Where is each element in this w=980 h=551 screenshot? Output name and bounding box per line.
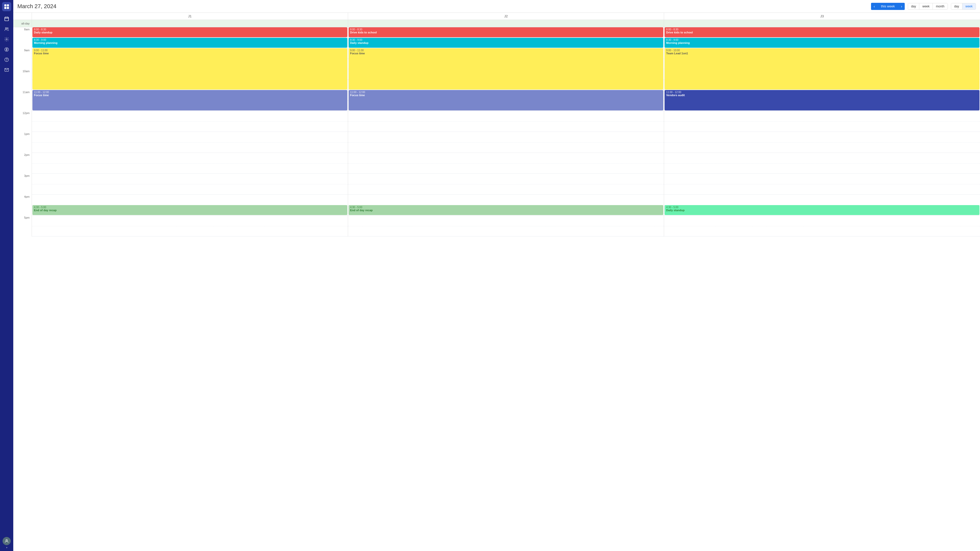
calendar-grid: J1 J2 J3 all-day 8am 9am 10am 11am 12pm … — [13, 13, 980, 551]
event-time-e14: 11:00 - 12:00 — [666, 91, 978, 94]
svg-rect-0 — [4, 4, 6, 6]
allday-col-j3[interactable] — [664, 20, 980, 27]
event-time-e3: 9:00 - 11:00 — [34, 49, 346, 52]
hour-cell-j3-15 — [664, 174, 980, 195]
hour-cell-j3-13 — [664, 132, 980, 153]
time-label-12pm: 12pm — [13, 111, 32, 132]
event-title-e3: Focus time — [34, 52, 346, 55]
user-avatar[interactable] — [3, 537, 11, 545]
user-menu-arrow: ▾ — [6, 546, 7, 549]
event-e6[interactable]: 8:00 - 8:30Drive kids to school — [348, 27, 663, 37]
time-label-2pm: 2pm — [13, 153, 32, 174]
view-month-button[interactable]: month — [933, 3, 947, 10]
hour-cell-j1-14 — [32, 153, 348, 174]
event-time-e8: 9:00 - 11:00 — [350, 49, 662, 52]
svg-point-10 — [6, 39, 7, 40]
day-header-j2: J2 — [348, 13, 664, 20]
page-title: March 27, 2024 — [18, 3, 56, 10]
event-title-e1: Daily standup — [34, 31, 346, 34]
time-grid-inner: 8am 9am 10am 11am 12pm 1pm 2pm 3pm 4pm 5… — [13, 27, 980, 237]
event-e11[interactable]: 8:00 - 8:30Drive kids to school — [665, 27, 980, 37]
allday-row: all-day — [13, 20, 980, 27]
event-e8[interactable]: 9:00 - 11:00Focus time — [348, 48, 663, 89]
time-label-9am: 9am — [13, 48, 32, 69]
event-title-e13: Team Lead 1on1 — [666, 52, 978, 55]
event-e9[interactable]: 11:00 - 12:00Focus time — [348, 90, 663, 110]
hour-cell-j2-12 — [348, 111, 664, 132]
event-e7[interactable]: 8:30 - 9:00Daily standup — [348, 38, 663, 48]
event-title-e9: Focus time — [350, 94, 662, 97]
allday-col-j2[interactable] — [348, 20, 664, 27]
hour-cell-j1-12 — [32, 111, 348, 132]
next-week-button[interactable]: › — [898, 3, 905, 10]
hour-cell-j1-17 — [32, 216, 348, 237]
event-e5[interactable]: 4:30 - 5:00End of day recap — [32, 205, 347, 215]
event-time-e4: 11:00 - 12:00 — [34, 91, 346, 94]
time-label-3pm: 3pm — [13, 174, 32, 195]
event-e1[interactable]: 8:00 - 8:30Daily standup — [32, 27, 347, 37]
time-label-4pm: 4pm — [13, 195, 32, 216]
hour-cell-j1-13 — [32, 132, 348, 153]
main-content: March 27, 2024 ‹ this week › day week mo… — [13, 0, 980, 551]
mail-nav-icon[interactable] — [2, 65, 11, 75]
day-col-j2[interactable]: 8:00 - 8:30Drive kids to school8:30 - 9:… — [348, 27, 664, 237]
event-e4[interactable]: 11:00 - 12:00Focus time — [32, 90, 347, 110]
time-label-10am: 10am — [13, 69, 32, 90]
day-col-j3[interactable]: 8:00 - 8:30Drive kids to school8:30 - 9:… — [664, 27, 980, 237]
time-label-11am: 11am — [13, 90, 32, 111]
event-title-e11: Drive kids to school — [666, 31, 978, 34]
day-headers: J1 J2 J3 — [13, 13, 980, 20]
event-time-e12: 8:30 - 9:00 — [666, 38, 978, 41]
svg-point-15 — [6, 540, 7, 541]
event-e12[interactable]: 8:30 - 9:00Morning planning — [665, 38, 980, 48]
event-title-e8: Focus time — [350, 52, 662, 55]
hour-cell-j3-17 — [664, 216, 980, 237]
time-gutter-header — [13, 13, 32, 20]
time-label-8am: 8am — [13, 27, 32, 48]
money-nav-icon[interactable] — [2, 45, 11, 54]
event-e2[interactable]: 8:30 - 9:00Morning planning — [32, 38, 347, 48]
event-time-e9: 11:00 - 12:00 — [350, 91, 662, 94]
event-e15[interactable]: 4:30 - 5:00Daily standup — [665, 205, 980, 215]
event-e13[interactable]: 9:00 - 10:00Team Lead 1on1 — [665, 48, 980, 89]
allday-label: all-day — [13, 20, 32, 27]
view-day-button-2[interactable]: day — [951, 3, 963, 10]
event-e3[interactable]: 9:00 - 11:00Focus time — [32, 48, 347, 89]
event-title-e2: Morning planning — [34, 41, 346, 44]
hour-cell-j3-14 — [664, 153, 980, 174]
event-e14[interactable]: 11:00 - 12:00Vendors audit — [665, 90, 980, 110]
event-time-e15: 4:30 - 5:00 — [666, 206, 978, 209]
hour-cell-j2-15 — [348, 174, 664, 195]
week-navigation: ‹ this week › — [871, 3, 905, 10]
day-header-j1: J1 — [32, 13, 348, 20]
sidebar: ▾ — [0, 0, 13, 551]
hour-cell-j2-13 — [348, 132, 664, 153]
time-label-5pm: 5pm — [13, 216, 32, 237]
event-time-e11: 8:00 - 8:30 — [666, 28, 978, 31]
event-time-e5: 4:30 - 5:00 — [34, 206, 346, 209]
header-controls: ‹ this week › day week month day week — [871, 3, 976, 10]
event-title-e7: Daily standup — [350, 41, 662, 44]
hour-cell-j3-12 — [664, 111, 980, 132]
allday-col-j1[interactable] — [32, 20, 348, 27]
help-nav-icon[interactable] — [2, 55, 11, 64]
event-time-e1: 8:00 - 8:30 — [34, 28, 346, 31]
event-title-e6: Drive kids to school — [350, 31, 662, 34]
view-day-button[interactable]: day — [908, 3, 919, 10]
time-grid: 8am 9am 10am 11am 12pm 1pm 2pm 3pm 4pm 5… — [13, 27, 980, 551]
people-nav-icon[interactable] — [2, 24, 11, 34]
view-week-button[interactable]: week — [919, 3, 933, 10]
event-e10[interactable]: 4:30 - 5:00End of day recap — [348, 205, 663, 215]
event-title-e14: Vendors audit — [666, 94, 978, 97]
event-time-e7: 8:30 - 9:00 — [350, 38, 662, 41]
view-week-button-2[interactable]: week — [963, 3, 976, 10]
svg-rect-1 — [7, 4, 9, 6]
prev-week-button[interactable]: ‹ — [871, 3, 877, 10]
event-title-e5: End of day recap — [34, 209, 346, 212]
day-col-j1[interactable]: 8:00 - 8:30Daily standup8:30 - 9:00Morni… — [32, 27, 348, 237]
settings-nav-icon[interactable] — [2, 35, 11, 44]
current-week-label: this week — [877, 3, 898, 10]
app-logo[interactable] — [2, 2, 11, 11]
calendar-nav-icon[interactable] — [2, 14, 11, 24]
event-time-e6: 8:00 - 8:30 — [350, 28, 662, 31]
